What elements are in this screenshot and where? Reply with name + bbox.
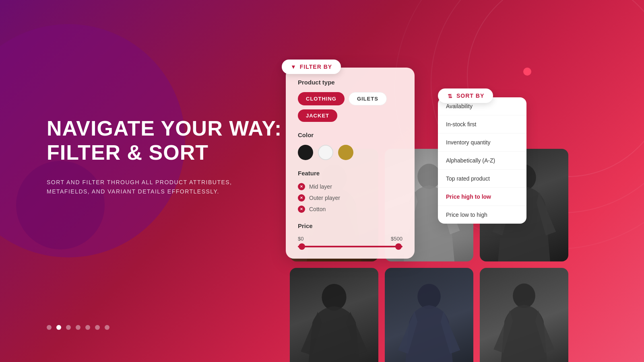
svg-point-1 <box>417 164 441 189</box>
color-tan[interactable] <box>338 145 353 160</box>
feature-cotton-icon <box>298 206 305 213</box>
filter-icon: ▼ <box>291 64 297 70</box>
dot-7[interactable] <box>105 325 109 330</box>
sort-dropdown: Availability In-stock first Inventory qu… <box>438 97 526 224</box>
type-clothing[interactable]: CLOTHING <box>298 92 345 105</box>
red-dot-decoration <box>523 68 531 76</box>
sort-button[interactable]: SORT BY <box>438 88 493 103</box>
filter-panel-wrapper: ▼ FILTER BY Product type CLOTHING GILETS… <box>282 60 341 74</box>
sort-button-label: SORT BY <box>456 93 484 99</box>
svg-point-5 <box>513 284 535 308</box>
product-type-row: CLOTHING GILETS JACKET <box>298 92 402 122</box>
dot-2[interactable] <box>56 325 61 330</box>
feature-outer-player-icon <box>298 194 305 202</box>
filter-button-label: FILTER BY <box>300 64 332 70</box>
sort-option-inventory[interactable]: Inventory quantity <box>438 134 526 152</box>
feature-cotton-label: Cotton <box>309 206 326 212</box>
feature-outer-player-label: Outer player <box>309 195 340 201</box>
sort-option-alphabetically[interactable]: Alphabetically (A-Z) <box>438 152 526 170</box>
type-jacket[interactable]: JACKET <box>298 109 337 122</box>
sort-option-in-stock[interactable]: In-stock first <box>438 115 526 134</box>
dots-navigation <box>47 325 109 330</box>
product-card-6[interactable] <box>480 268 568 362</box>
price-section: Price $0 $500 <box>298 222 402 247</box>
product-type-section: Product type CLOTHING GILETS JACKET <box>298 79 402 122</box>
product-silhouette-4 <box>290 279 378 362</box>
hero-content: NAVIGATE YOUR WAY: FILTER & SORT SORT AN… <box>47 117 288 197</box>
product-type-title: Product type <box>298 79 402 86</box>
dot-3[interactable] <box>66 325 71 330</box>
product-card-5[interactable] <box>385 268 473 362</box>
color-title: Color <box>298 132 402 138</box>
sort-panel-wrapper: SORT BY Availability In-stock first Inve… <box>438 88 493 103</box>
price-thumb-left[interactable] <box>299 243 305 250</box>
dot-4[interactable] <box>76 325 80 330</box>
sort-option-top-rated[interactable]: Top rated product <box>438 170 526 188</box>
product-card-4[interactable] <box>290 268 378 362</box>
product-silhouette-5 <box>385 279 473 362</box>
price-slider-track[interactable] <box>298 246 402 247</box>
dot-5[interactable] <box>85 325 90 330</box>
price-thumb-right[interactable] <box>395 243 402 250</box>
color-black[interactable] <box>298 145 313 160</box>
sort-icon <box>447 93 453 99</box>
price-max: $500 <box>391 236 402 242</box>
dot-6[interactable] <box>95 325 100 330</box>
type-gilets[interactable]: GILETS <box>349 92 387 105</box>
feature-section: Feature Mid layer Outer player Cotton <box>298 170 402 213</box>
color-white[interactable] <box>318 145 333 160</box>
feature-mid-layer-label: Mid layer <box>309 183 332 190</box>
hero-heading-line2: FILTER & SORT <box>47 141 208 164</box>
price-min: $0 <box>298 236 303 242</box>
color-section: Color <box>298 132 402 160</box>
filter-button[interactable]: ▼ FILTER BY <box>282 60 341 74</box>
dot-1[interactable] <box>47 325 52 330</box>
price-range-labels: $0 $500 <box>298 236 402 242</box>
color-row <box>298 145 402 160</box>
sort-option-price-low-high[interactable]: Price low to high <box>438 206 526 224</box>
feature-outer-player[interactable]: Outer player <box>298 194 402 202</box>
sort-option-price-high-low[interactable]: Price high to low <box>438 188 526 206</box>
price-slider-fill <box>298 246 402 247</box>
feature-mid-layer-icon <box>298 183 305 190</box>
feature-mid-layer[interactable]: Mid layer <box>298 183 402 190</box>
hero-heading-line1: NAVIGATE YOUR WAY: <box>47 117 282 140</box>
feature-cotton[interactable]: Cotton <box>298 206 402 213</box>
hero-heading: NAVIGATE YOUR WAY: FILTER & SORT <box>47 117 288 165</box>
feature-title: Feature <box>298 170 402 177</box>
product-silhouette-6 <box>480 279 568 362</box>
filter-panel: Product type CLOTHING GILETS JACKET Colo… <box>286 68 415 259</box>
hero-subtext: SORT AND FILTER THROUGH ALL PRODUCT ATTR… <box>47 178 288 197</box>
price-title: Price <box>298 222 402 229</box>
